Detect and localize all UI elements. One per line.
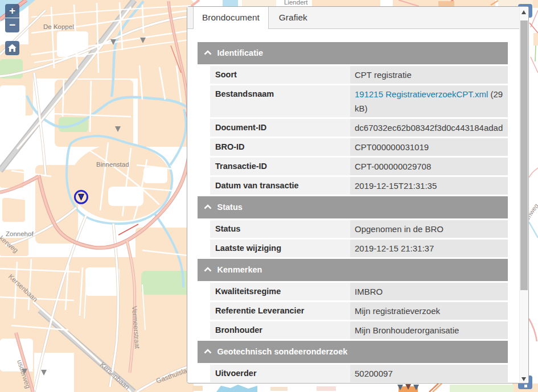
svg-text:Liendert: Liendert: [284, 0, 308, 6]
svg-text:De Koppel: De Koppel: [43, 23, 74, 30]
svg-text:Binnenstad: Binnenstad: [96, 161, 129, 168]
svg-text:Zonnehof: Zonnehof: [6, 230, 34, 237]
